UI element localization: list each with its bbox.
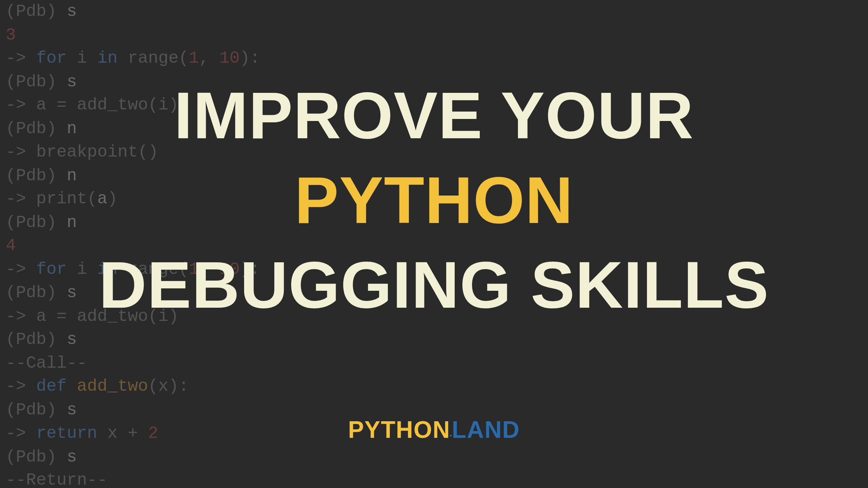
title-line-1: IMPROVE YOUR <box>0 74 868 158</box>
brand-part-land: LAND <box>452 416 520 443</box>
main-title: IMPROVE YOUR PYTHON DEBUGGING SKILLS <box>0 74 868 327</box>
title-line-2: PYTHON <box>0 158 868 243</box>
brand-part-python: PYTHON <box>348 416 450 443</box>
brand-logo: PYTHON.LAND <box>0 416 868 443</box>
title-line-3: DEBUGGING SKILLS <box>0 243 868 327</box>
